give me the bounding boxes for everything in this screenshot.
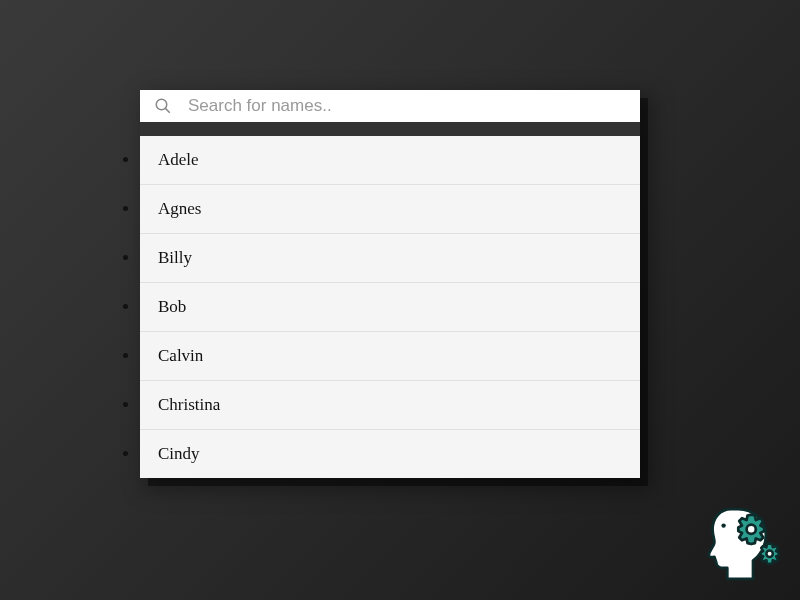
- svg-point-2: [721, 523, 725, 527]
- svg-line-1: [165, 108, 169, 112]
- list-item[interactable]: Billy: [140, 234, 640, 283]
- search-dropdown: Adele Agnes Billy Bob Calvin Christina C…: [140, 90, 640, 478]
- svg-point-0: [156, 99, 167, 110]
- list-item[interactable]: Christina: [140, 381, 640, 430]
- list-item[interactable]: Agnes: [140, 185, 640, 234]
- list-item[interactable]: Adele: [140, 136, 640, 185]
- list-item[interactable]: Calvin: [140, 332, 640, 381]
- brain-gear-logo-icon: [696, 498, 788, 590]
- search-icon: [154, 97, 172, 115]
- list-item[interactable]: Cindy: [140, 430, 640, 478]
- results-list: Adele Agnes Billy Bob Calvin Christina C…: [140, 136, 640, 478]
- svg-point-4: [766, 551, 772, 557]
- search-input[interactable]: [188, 96, 626, 116]
- svg-point-3: [747, 525, 756, 534]
- search-bar: [140, 90, 640, 136]
- list-item[interactable]: Bob: [140, 283, 640, 332]
